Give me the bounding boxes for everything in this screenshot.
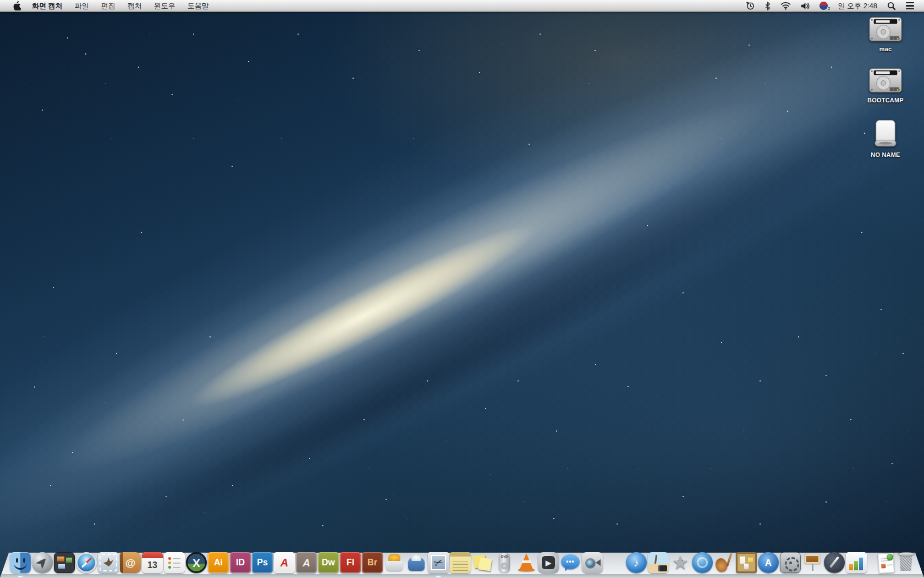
illustrator-dock-icon[interactable]: Ai bbox=[208, 552, 229, 573]
photoshop-dock-icon[interactable]: Ps bbox=[252, 552, 273, 573]
mail-dock-icon[interactable] bbox=[98, 552, 119, 573]
idvd-dock-icon[interactable] bbox=[692, 552, 713, 573]
system-preferences-dock-icon[interactable] bbox=[780, 552, 801, 573]
app-name-label: 화면 캡처 bbox=[32, 1, 63, 11]
spotlight-icon bbox=[887, 2, 896, 10]
dock: @13XAiIDPsAADwFlBr✂DVD▶•••♪★A bbox=[0, 542, 924, 578]
drive-bootcamp[interactable]: BOOTCAMP bbox=[859, 68, 912, 103]
menu-app-name[interactable]: 화면 캡처 bbox=[26, 0, 69, 12]
vlc-glyph bbox=[518, 568, 535, 571]
finder-dock-icon[interactable] bbox=[10, 552, 31, 573]
mission-control-dock-icon[interactable] bbox=[54, 552, 75, 573]
facetime-dock-icon[interactable] bbox=[582, 552, 603, 573]
apple-logo-icon bbox=[13, 1, 21, 10]
launchpad-dock-icon[interactable] bbox=[32, 552, 53, 573]
menu-file[interactable]: 파일 bbox=[69, 0, 95, 12]
keynote-dock-icon[interactable] bbox=[802, 552, 823, 573]
safari-dock-icon[interactable] bbox=[76, 552, 97, 573]
dreamweaver-dock-icon[interactable]: Dw bbox=[318, 552, 339, 573]
documents-stack-dock-icon[interactable] bbox=[876, 552, 897, 573]
galaxy-wallpaper bbox=[0, 0, 924, 578]
stickies-dock-icon[interactable] bbox=[472, 552, 493, 573]
korean-flag-icon: 2 bbox=[820, 2, 828, 10]
flash-dock-icon[interactable]: Fl bbox=[340, 552, 361, 573]
trash-dock-icon[interactable] bbox=[898, 552, 914, 573]
indesign-dock-icon[interactable]: ID bbox=[230, 552, 251, 573]
time-machine-icon bbox=[746, 1, 755, 10]
grab-screen-capture-dock-icon[interactable]: ✂ bbox=[428, 552, 449, 573]
dock-icon-row: @13XAiIDPsAADwFlBr✂DVD▶•••♪★A bbox=[0, 549, 924, 573]
dvd-player-glyph: DVD bbox=[494, 555, 515, 558]
dreamweaver-glyph: Dw bbox=[322, 558, 335, 567]
desktop-icon-column: mac BOOTCAMP bbox=[859, 17, 912, 158]
drive-no-name[interactable]: NO NAME bbox=[859, 119, 912, 158]
menu-window-label: 윈도우 bbox=[154, 1, 175, 11]
numbers-dock-icon[interactable] bbox=[846, 552, 867, 573]
input-source-menu[interactable]: 2 bbox=[815, 0, 832, 12]
iphoto-dock-icon[interactable] bbox=[648, 552, 669, 573]
app-store-dock-icon[interactable]: A bbox=[758, 552, 779, 573]
quicktime-player-dock-icon[interactable]: ▶ bbox=[538, 552, 559, 573]
menu-capture[interactable]: 캡처 bbox=[122, 0, 148, 12]
volume-menu[interactable] bbox=[796, 0, 814, 12]
notes-dock-icon[interactable] bbox=[450, 552, 471, 573]
imovie-glyph: ★ bbox=[672, 553, 689, 572]
menu-clock[interactable]: 일 오후 2:48 bbox=[833, 1, 882, 11]
bluetooth-icon bbox=[765, 2, 771, 10]
bridge-dock-icon[interactable]: Br bbox=[362, 552, 383, 573]
vlc-dock-icon[interactable] bbox=[516, 552, 537, 573]
input-source-badge: 2 bbox=[828, 6, 830, 11]
desktop-screen: 화면 캡처 파일 편집 캡처 윈도우 도움말 bbox=[0, 0, 924, 578]
toast-blue-dock-icon[interactable] bbox=[406, 552, 427, 573]
external-drive-icon bbox=[870, 119, 901, 149]
reminders-dock-icon[interactable] bbox=[164, 552, 185, 573]
acrobat-reader-dock-icon[interactable]: A bbox=[274, 552, 295, 573]
xee-glyph: X bbox=[193, 557, 200, 569]
photoshop-glyph: Ps bbox=[257, 558, 268, 567]
notification-center-icon bbox=[906, 2, 914, 10]
garageband-dock-icon[interactable] bbox=[714, 552, 735, 573]
acrobat-distiller-dock-icon[interactable]: A bbox=[296, 552, 317, 573]
itunes-glyph: ♪ bbox=[634, 558, 639, 568]
spotlight-menu[interactable] bbox=[883, 0, 900, 12]
notification-center-menu[interactable] bbox=[901, 0, 919, 12]
menu-bar: 화면 캡처 파일 편집 캡처 윈도우 도움말 bbox=[0, 0, 924, 12]
toast-titanium-dock-icon[interactable] bbox=[384, 552, 405, 573]
menu-file-label: 파일 bbox=[75, 1, 89, 11]
illustrator-glyph: Ai bbox=[214, 558, 223, 567]
bridge-glyph: Br bbox=[367, 558, 377, 567]
menu-help[interactable]: 도움말 bbox=[182, 0, 215, 12]
menu-edit-label: 편집 bbox=[101, 1, 116, 11]
imovie-dock-icon[interactable]: ★ bbox=[670, 552, 691, 573]
time-machine-menu[interactable] bbox=[741, 0, 760, 12]
wifi-menu[interactable] bbox=[776, 0, 795, 12]
pages-dock-icon[interactable] bbox=[824, 552, 845, 573]
contacts-dock-icon[interactable]: @ bbox=[120, 552, 141, 573]
photo-booth-dock-icon[interactable] bbox=[604, 552, 625, 573]
bluetooth-menu[interactable] bbox=[761, 0, 775, 12]
quicktime-player-glyph: ▶ bbox=[546, 559, 551, 566]
drive-mac[interactable]: mac bbox=[859, 17, 912, 52]
internal-hdd-icon bbox=[868, 17, 903, 43]
messages-dock-icon[interactable]: ••• bbox=[560, 552, 581, 573]
xee-dock-icon[interactable]: X bbox=[186, 552, 207, 573]
calendar-dock-icon[interactable]: 13 bbox=[142, 552, 163, 573]
acrobat-distiller-glyph: A bbox=[302, 558, 310, 568]
menu-edit[interactable]: 편집 bbox=[95, 0, 122, 12]
dock-separator bbox=[868, 549, 875, 573]
menu-window[interactable]: 윈도우 bbox=[148, 0, 182, 12]
pinboard-dock-icon[interactable] bbox=[736, 552, 757, 573]
grab-screen-capture-running-indicator bbox=[436, 576, 441, 577]
apple-menu[interactable] bbox=[8, 0, 26, 12]
dvd-player-dock-icon[interactable]: DVD bbox=[494, 552, 515, 573]
acrobat-reader-glyph: A bbox=[280, 557, 288, 568]
drive-label: mac bbox=[879, 46, 892, 52]
drive-label: NO NAME bbox=[871, 151, 900, 158]
volume-icon bbox=[801, 2, 810, 10]
menu-help-label: 도움말 bbox=[188, 1, 209, 11]
internal-hdd-icon bbox=[868, 68, 903, 94]
finder-running-indicator bbox=[18, 576, 23, 577]
calendar-glyph: 13 bbox=[147, 561, 157, 570]
wifi-icon bbox=[780, 2, 791, 10]
itunes-dock-icon[interactable]: ♪ bbox=[626, 552, 647, 573]
